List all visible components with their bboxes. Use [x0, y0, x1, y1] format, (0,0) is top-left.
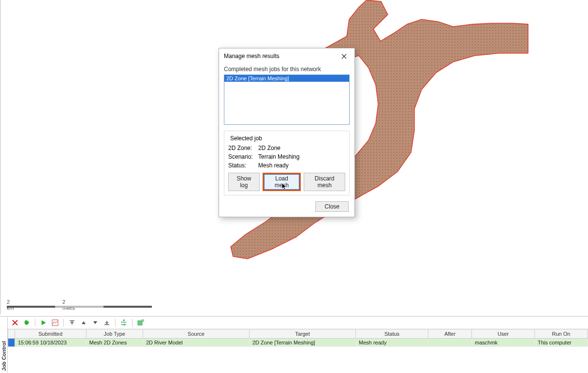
row-selector[interactable] [8, 339, 15, 347]
dialog-titlebar[interactable]: Manage mesh results [219, 48, 354, 64]
zone-value: 2D Zone [258, 145, 345, 151]
show-log-button[interactable]: Show log [228, 173, 260, 191]
top-icon[interactable] [68, 318, 76, 327]
col-submitted[interactable]: Submitted [15, 329, 87, 339]
job-grid[interactable]: Submitted Job Type Source Target Status … [8, 329, 588, 373]
cell-jobtype: Mesh 2D Zones [86, 339, 143, 347]
col-jobtype[interactable]: Job Type [86, 329, 143, 339]
col-status[interactable]: Status [356, 329, 428, 339]
down-icon[interactable] [91, 318, 100, 327]
options-icon[interactable] [119, 318, 128, 327]
export-icon[interactable] [136, 318, 145, 327]
scale-km-label: 2 km [7, 299, 14, 311]
job-list-item-selected[interactable]: 2D Zone [Terrain Meshing] [224, 75, 349, 82]
cell-target: 2D Zone [Terrain Meshing] [250, 339, 356, 347]
scale-miles-label: 2 miles [62, 299, 75, 311]
scenario-value: Terrain Meshing [258, 153, 345, 160]
grid-corner [8, 329, 15, 339]
table-row[interactable]: 15:06:59 10/18/2023 Mesh 2D Zones 2D Riv… [8, 339, 588, 347]
col-target[interactable]: Target [250, 329, 356, 339]
col-after[interactable]: After [428, 329, 472, 339]
job-control-tab-label: Job Control [1, 341, 7, 371]
cell-after [428, 339, 472, 347]
scenario-label: Scenario: [228, 153, 258, 160]
cell-source: 2D River Model [143, 339, 250, 347]
bottom-icon[interactable] [103, 318, 111, 327]
completed-jobs-label: Completed mesh jobs for this network [224, 66, 350, 73]
manage-mesh-results-dialog: Manage mesh results Completed mesh jobs … [219, 48, 355, 217]
zone-label: 2D Zone: [228, 145, 258, 151]
cell-submitted: 15:06:59 10/18/2023 [15, 339, 87, 347]
job-list[interactable]: 2D Zone [Terrain Meshing] [224, 75, 350, 125]
cell-status: Mesh ready [356, 339, 428, 347]
delete-icon[interactable] [11, 318, 19, 327]
status-label: Status: [228, 162, 258, 169]
refresh-icon[interactable] [22, 318, 31, 327]
cell-runon: This computer [535, 339, 588, 347]
status-value: Mesh ready [258, 162, 345, 169]
selected-job-group: Selected job 2D Zone: 2D Zone Scenario: … [224, 131, 350, 195]
up-icon[interactable] [79, 318, 88, 327]
col-runon[interactable]: Run On [535, 329, 588, 339]
col-user[interactable]: User [472, 329, 535, 339]
play-icon[interactable] [39, 318, 48, 327]
svg-rect-3 [138, 321, 142, 325]
discard-mesh-button[interactable]: Discard mesh [304, 173, 345, 191]
job-control-toolbar [8, 317, 588, 329]
cell-user: maschmk [472, 339, 535, 347]
job-control-tab[interactable]: ✕ Job Control [0, 317, 8, 373]
load-mesh-button-label: Load mesh [275, 175, 289, 189]
selected-job-group-title: Selected job [228, 135, 264, 142]
close-icon[interactable] [338, 51, 350, 61]
dialog-title-text: Manage mesh results [224, 53, 279, 60]
job-control-panel: ✕ Job Control Submitted [0, 316, 588, 373]
load-mesh-button[interactable]: Load mesh [263, 173, 301, 191]
close-button[interactable]: Close [315, 201, 349, 212]
col-source[interactable]: Source [143, 329, 250, 339]
chart-icon[interactable] [51, 318, 59, 327]
